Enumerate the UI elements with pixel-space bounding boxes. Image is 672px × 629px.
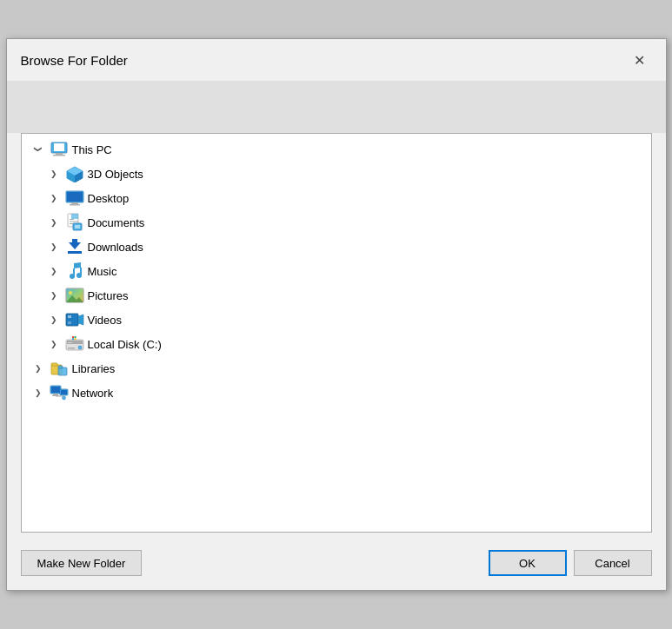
chevron-downloads [46,239,62,255]
chevron-libraries [30,361,46,376]
tree-item-documents[interactable]: Documents [22,210,651,235]
tree-item-documents-label: Documents [88,216,145,229]
libraries-icon [50,359,69,378]
tree-item-desktop[interactable]: Desktop [22,186,651,210]
tree-item-this-pc[interactable]: This PC [22,137,651,162]
chevron-this-pc [30,142,46,157]
chevron-network [30,385,46,401]
svg-rect-50 [53,394,58,395]
svg-point-36 [78,346,82,349]
svg-rect-3 [53,155,65,156]
chevron-3d-objects [46,166,62,182]
title-bar: Browse For Folder ✕ [7,39,666,81]
tree-item-3d-objects[interactable]: 3D Objects [22,162,651,186]
svg-rect-40 [72,336,74,338]
svg-rect-33 [68,321,71,324]
tree-item-network-label: Network [72,387,114,400]
videos-icon [65,310,84,329]
tree-item-music-label: Music [88,265,117,278]
tree-item-libraries[interactable]: Libraries [22,356,651,381]
svg-rect-49 [51,387,60,393]
top-gray-area [7,81,666,133]
tree-item-desktop-label: Desktop [88,192,130,205]
tree-item-videos[interactable]: Videos [22,308,651,332]
close-button[interactable]: ✕ [628,48,652,72]
downloads-icon [65,237,84,256]
cancel-button[interactable]: Cancel [574,550,652,576]
svg-rect-11 [70,204,80,206]
folder-tree-container: This PC 3D Objects [21,133,652,533]
tree-item-downloads[interactable]: Downloads [22,235,651,259]
documents-icon [65,213,84,232]
tree-item-downloads-label: Downloads [88,241,143,254]
tree-item-network[interactable]: Network [22,381,651,405]
thispc-icon [50,140,69,159]
svg-marker-31 [78,314,83,325]
svg-rect-37 [68,348,75,349]
svg-rect-13 [71,214,78,219]
pictures-icon [65,286,84,305]
tree-item-3d-objects-label: 3D Objects [88,168,143,181]
chevron-pictures [46,288,62,303]
button-row: Make New Folder OK Cancel [7,543,666,590]
svg-rect-17 [73,223,82,230]
chevron-videos [46,312,62,328]
desktop-icon [65,189,84,208]
svg-rect-2 [56,153,63,155]
svg-rect-1 [54,143,64,151]
tree-item-this-pc-label: This PC [72,143,112,156]
dialog-title: Browse For Folder [21,53,128,68]
tree-item-local-disk-label: Local Disk (C:) [88,338,162,351]
svg-rect-45 [51,363,57,366]
chevron-local-disk [46,336,62,352]
chevron-desktop [46,190,62,206]
chevron-documents [46,215,62,230]
svg-marker-20 [69,239,81,249]
browse-for-folder-dialog: Browse For Folder ✕ This PC [6,38,667,591]
svg-rect-38 [68,342,72,343]
svg-rect-53 [61,390,67,394]
folder-tree[interactable]: This PC 3D Objects [22,134,651,532]
tree-item-pictures-label: Pictures [88,289,129,302]
tree-item-local-disk[interactable]: Local Disk (C:) [22,332,651,356]
3dobjects-icon [65,164,84,183]
svg-rect-42 [72,338,74,340]
svg-point-28 [69,291,72,295]
svg-rect-10 [71,202,78,204]
svg-rect-32 [68,315,71,318]
svg-point-54 [62,396,65,400]
chevron-music [46,263,62,279]
svg-rect-9 [67,192,83,202]
svg-rect-41 [74,336,76,338]
music-icon [65,262,84,281]
network-icon [50,383,69,402]
tree-item-libraries-label: Libraries [72,362,116,375]
localdisk-icon [65,334,84,354]
ok-button[interactable]: OK [489,550,567,576]
ok-cancel-group: OK Cancel [489,550,652,576]
tree-item-music[interactable]: Music [22,259,651,283]
svg-rect-43 [74,338,76,340]
svg-rect-21 [68,251,82,254]
svg-rect-47 [58,366,63,368]
tree-item-videos-label: Videos [88,314,123,327]
make-new-folder-button[interactable]: Make New Folder [21,550,143,576]
tree-item-pictures[interactable]: Pictures [22,283,651,308]
